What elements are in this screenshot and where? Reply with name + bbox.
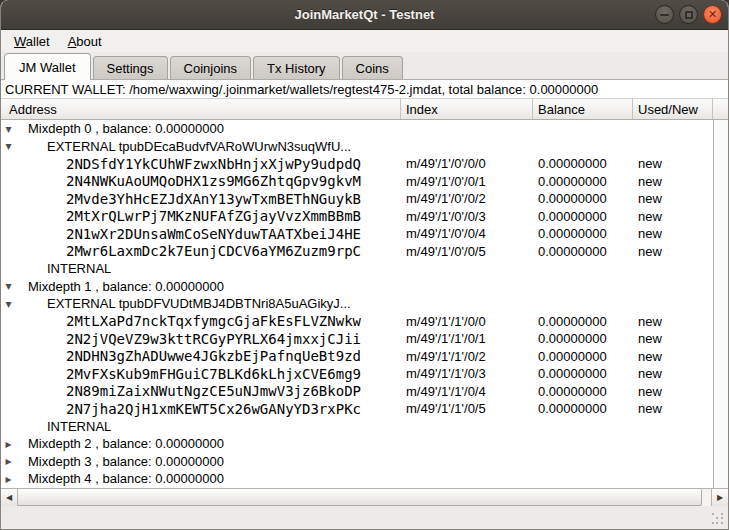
tree-row[interactable]: ▸ Mixdepth 3 , balance: 0.00000000 [1, 453, 713, 471]
tree-row[interactable]: ▾ Mixdepth 0 , balance: 0.00000000 [1, 120, 713, 138]
column-header-address[interactable]: Address [1, 99, 401, 119]
maximize-button[interactable] [679, 5, 698, 24]
cell-index: m/49'/1'/0'/0/5 [406, 244, 486, 259]
tree-row[interactable]: 2NDHN3gZhADUwwe4JGkzbEjPafnqUeBt9zd m/49… [1, 348, 713, 366]
tree-row[interactable]: 2NDSfdY1YkCUhWFzwxNbHnjxXjwPy9udpdQ m/49… [1, 155, 713, 173]
cell-index: m/49'/1'/1'/0/1 [406, 331, 486, 346]
column-header-index[interactable]: Index [401, 99, 533, 119]
minimize-button[interactable] [655, 5, 674, 24]
app-window: JoinMarketQt - Testnet ✕ Wallet About JM… [0, 0, 729, 530]
tab-coinjoins[interactable]: Coinjoins [170, 56, 251, 79]
cell-address: 2MtXrQLwrPj7MKzNUFAfZGjayVvzXmmBBmB [1, 208, 361, 224]
tree-row[interactable]: INTERNAL [1, 418, 713, 436]
cell-address: Mixdepth 2 , balance: 0.00000000 [1, 436, 224, 451]
horizontal-scroll-thumb[interactable] [18, 489, 702, 506]
horizontal-scroll-track[interactable] [18, 489, 711, 506]
close-icon: ✕ [708, 9, 717, 20]
tree-row[interactable]: 2N7jha2QjH1xmKEWT5Cx26wGANyYD3rxPKc m/49… [1, 400, 713, 418]
cell-address: Mixdepth 3 , balance: 0.00000000 [1, 454, 224, 469]
tree-row[interactable]: ▸ Mixdepth 2 , balance: 0.00000000 [1, 435, 713, 453]
column-header-corner [713, 99, 728, 119]
column-header-used-new[interactable]: Used/New [633, 99, 713, 119]
cell-address: Mixdepth 1 , balance: 0.00000000 [1, 279, 224, 294]
collapse-arrow-icon[interactable]: ▾ [1, 123, 16, 135]
tree-row[interactable]: 2N89miZaixNWutNgzCE5uNJmwV3jz6BkoDP m/49… [1, 383, 713, 401]
tree-row[interactable]: INTERNAL [1, 260, 713, 278]
cell-balance: 0.00000000 [538, 174, 607, 189]
resize-grip-icon[interactable] [712, 513, 725, 526]
cell-status: new [638, 226, 662, 241]
cell-status: new [638, 314, 662, 329]
minimize-icon [660, 14, 669, 16]
cell-index: m/49'/1'/0'/0/4 [406, 226, 486, 241]
titlebar[interactable]: JoinMarketQt - Testnet ✕ [1, 0, 728, 30]
cell-balance: 0.00000000 [538, 331, 607, 346]
cell-balance: 0.00000000 [538, 226, 607, 241]
cell-status: new [638, 191, 662, 206]
cell-index: m/49'/1'/1'/0/5 [406, 401, 486, 416]
cell-status: new [638, 174, 662, 189]
horizontal-scrollbar: ◀ ▶ [1, 488, 728, 506]
tab-tx-history[interactable]: Tx History [253, 56, 340, 79]
tree-row[interactable]: 2N2jVQeVZ9w3kttRCGyPYRLX64jmxxjCJii m/49… [1, 330, 713, 348]
cell-address: EXTERNAL tpubDEcaBudvfVARoWUrwN3suqWfU..… [1, 139, 351, 154]
tree-row[interactable]: 2MtLXaPd7nckTqxfymgcGjaFkEsFLVZNwkw m/49… [1, 313, 713, 331]
tree-row[interactable]: 2MtXrQLwrPj7MKzNUFAfZGjayVvzXmmBBmB m/49… [1, 208, 713, 226]
scroll-right-icon: ▶ [717, 493, 723, 502]
tree-row[interactable]: 2N1wXr2DUnsaWmCoSeNYduwTAATXbeiJ4HE m/49… [1, 225, 713, 243]
scroll-left-icon: ◀ [6, 493, 12, 502]
tabbar: JM Wallet Settings Coinjoins Tx History … [1, 52, 728, 80]
scroll-right-button[interactable]: ▶ [711, 489, 728, 506]
tree-row[interactable]: ▾ EXTERNAL tpubDFVUDtMBJ4DBTNri8A5uAGiky… [1, 295, 713, 313]
menu-item-wallet[interactable]: Wallet [5, 32, 59, 51]
menu-item-about-label: About [68, 34, 102, 49]
tree-row[interactable]: 2MvFXsKub9mFHGuiC7BLKd6kLhjxCVE6mg9 m/49… [1, 365, 713, 383]
cell-index: m/49'/1'/0'/0/3 [406, 209, 486, 224]
cell-address: 2N4NWKuAoUMQoDHX1zs9MG6ZhtqGpv9gkvM [1, 173, 361, 189]
cell-index: m/49'/1'/1'/0/3 [406, 366, 486, 381]
tree-body: ▾ Mixdepth 0 , balance: 0.00000000 ▾ EXT… [1, 120, 713, 488]
scroll-left-button[interactable]: ◀ [1, 489, 18, 506]
cell-address: 2N2jVQeVZ9w3kttRCGyPYRLX64jmxxjCJii [1, 331, 361, 347]
cell-status: new [638, 244, 662, 259]
cell-index: m/49'/1'/0'/0/2 [406, 191, 486, 206]
cell-address: EXTERNAL tpubDFVUDtMBJ4DBTNri8A5uAGikyJ.… [1, 296, 351, 311]
tree-row[interactable]: 2N4NWKuAoUMQoDHX1zs9MG6ZhtqGpv9gkvM m/49… [1, 173, 713, 191]
tree-row[interactable]: ▸ Mixdepth 4 , balance: 0.00000000 [1, 470, 713, 488]
window-controls: ✕ [655, 5, 722, 24]
cell-address: 2N89miZaixNWutNgzCE5uNJmwV3jz6BkoDP [1, 383, 361, 399]
cell-address: 2N1wXr2DUnsaWmCoSeNYduwTAATXbeiJ4HE [1, 226, 361, 242]
close-button[interactable]: ✕ [703, 5, 722, 24]
expand-arrow-icon[interactable]: ▸ [1, 473, 16, 485]
menu-item-about[interactable]: About [59, 32, 111, 51]
tree-row[interactable]: ▾ Mixdepth 1 , balance: 0.00000000 [1, 278, 713, 296]
collapse-arrow-icon[interactable]: ▾ [1, 140, 16, 152]
tree-row[interactable]: 2Mwr6LaxmDc2k7EunjCDCV6aYM6Zuzm9rpC m/49… [1, 243, 713, 261]
cell-status: new [638, 366, 662, 381]
maximize-icon [685, 11, 693, 19]
expand-arrow-icon[interactable]: ▸ [1, 455, 16, 467]
collapse-arrow-icon[interactable]: ▾ [1, 280, 16, 292]
tab-jm-wallet[interactable]: JM Wallet [4, 53, 91, 80]
expand-arrow-icon[interactable]: ▸ [1, 438, 16, 450]
statusbar [1, 506, 728, 529]
menu-item-wallet-label: Wallet [14, 34, 50, 49]
cell-balance: 0.00000000 [538, 191, 607, 206]
cell-balance: 0.00000000 [538, 401, 607, 416]
vertical-scrollbar[interactable] [713, 120, 728, 488]
cell-balance: 0.00000000 [538, 244, 607, 259]
cell-index: m/49'/1'/1'/0/0 [406, 314, 486, 329]
menubar: Wallet About [1, 30, 728, 52]
tree-row[interactable]: ▾ EXTERNAL tpubDEcaBudvfVARoWUrwN3suqWfU… [1, 138, 713, 156]
tab-coins[interactable]: Coins [342, 56, 403, 79]
cell-address: 2MtLXaPd7nckTqxfymgcGjaFkEsFLVZNwkw [1, 313, 361, 329]
collapse-arrow-icon[interactable]: ▾ [1, 298, 16, 310]
cell-address: 2Mwr6LaxmDc2k7EunjCDCV6aYM6Zuzm9rpC [1, 243, 361, 259]
tab-settings[interactable]: Settings [93, 56, 168, 79]
window-title: JoinMarketQt - Testnet [295, 7, 435, 22]
column-header-balance[interactable]: Balance [533, 99, 633, 119]
cell-balance: 0.00000000 [538, 366, 607, 381]
tree-row[interactable]: 2Mvde3YhHcEZJdXAnY13ywTxmBEThNGuykB m/49… [1, 190, 713, 208]
cell-index: m/49'/1'/1'/0/4 [406, 384, 486, 399]
cell-address: INTERNAL [1, 419, 111, 434]
